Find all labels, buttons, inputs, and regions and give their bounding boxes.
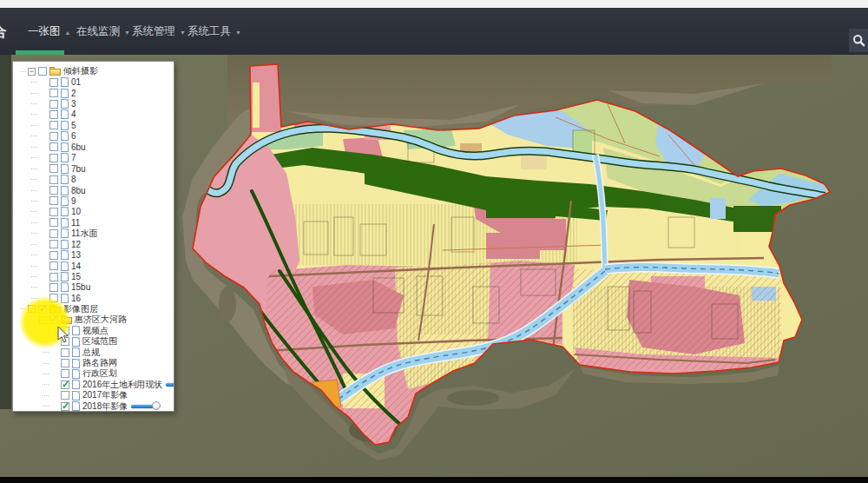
checkbox-unchecked[interactable] (49, 121, 58, 129)
checkbox-unchecked[interactable] (49, 132, 58, 141)
tree-node-label: 8bu (71, 186, 86, 195)
checkbox-unchecked[interactable] (61, 327, 69, 335)
tree-node-14[interactable]: 11 (13, 217, 174, 228)
tree-node-label: 14 (71, 261, 81, 271)
tree-node-0[interactable]: −倾斜摄影 (13, 66, 174, 76)
menu-item-3[interactable]: 系统工具▼ (187, 8, 241, 55)
chevron-up-icon: ▲ (65, 30, 71, 36)
tree-node-21[interactable]: 16 (13, 293, 174, 303)
tree-node-9[interactable]: 7bu (13, 163, 174, 174)
tree-connector (31, 298, 37, 299)
tree-node-25[interactable]: 区域范围 (13, 336, 174, 347)
tree-node-16[interactable]: 12 (13, 239, 174, 249)
tree-connector (43, 374, 49, 374)
checkbox-unchecked[interactable] (49, 186, 58, 195)
tree-connector (31, 276, 37, 277)
checkbox-unchecked[interactable] (49, 89, 58, 97)
tree-node-12[interactable]: 9 (13, 195, 174, 206)
tree-node-19[interactable]: 15 (13, 271, 174, 281)
menu-item-0[interactable]: 一张图▲ (28, 8, 70, 55)
tree-node-30[interactable]: 2017年影像 (13, 390, 174, 400)
layer-file-icon (72, 337, 80, 347)
tree-node-8[interactable]: 7 (13, 153, 174, 163)
tree-node-28[interactable]: 行政区划 (13, 368, 174, 379)
tree-node-23[interactable]: −惠济区大河路 (13, 314, 174, 325)
checkbox-unchecked[interactable] (49, 261, 58, 270)
checkbox-unchecked[interactable] (49, 229, 58, 238)
layer-file-icon (61, 121, 69, 130)
menu-label: 系统工具 (187, 24, 231, 39)
active-tab-underline (16, 50, 64, 55)
menu-item-2[interactable]: 系统管理▼ (132, 8, 186, 55)
checkbox-unchecked[interactable] (49, 78, 58, 87)
checkbox-checked[interactable] (38, 305, 47, 314)
tree-node-7[interactable]: 6bu (13, 142, 174, 152)
checkbox-unchecked[interactable] (49, 164, 58, 173)
tree-node-18[interactable]: 14 (13, 261, 174, 271)
checkbox-unchecked[interactable] (61, 391, 69, 400)
checkbox-unchecked[interactable] (61, 337, 69, 346)
checkbox-unchecked[interactable] (49, 208, 58, 216)
tree-node-13[interactable]: 10 (13, 207, 174, 217)
tree-node-3[interactable]: 3 (13, 98, 174, 109)
tree-node-20[interactable]: 15bu (13, 282, 174, 293)
checkbox-checked[interactable] (49, 315, 58, 324)
checkbox-unchecked[interactable] (49, 142, 58, 151)
layer-file-icon (61, 175, 69, 184)
menu-label: 一张图 (28, 24, 61, 39)
checkbox-unchecked[interactable] (49, 154, 58, 162)
tree-node-label: 8 (71, 175, 76, 184)
tree-node-10[interactable]: 8 (13, 174, 174, 184)
layer-file-icon (61, 228, 69, 238)
checkbox-unchecked[interactable] (61, 369, 69, 378)
tree-node-22[interactable]: −影像图层 (13, 304, 174, 314)
menu-item-1[interactable]: 在线监测▼ (76, 8, 130, 55)
checkbox-checked[interactable] (61, 402, 69, 411)
tree-node-24[interactable]: 视频点 (13, 326, 174, 336)
checkbox-checked[interactable] (61, 380, 69, 389)
checkbox-unchecked[interactable] (49, 273, 58, 281)
checkbox-unchecked[interactable] (38, 67, 47, 76)
layer-file-icon (72, 326, 80, 335)
search-button[interactable] (849, 29, 868, 52)
layer-file-icon (72, 401, 80, 411)
opacity-slider[interactable] (131, 402, 157, 410)
checkbox-unchecked[interactable] (61, 348, 69, 357)
expand-toggle-icon[interactable]: − (28, 68, 36, 76)
tree-node-label: 4 (71, 109, 76, 119)
tree-connector (43, 363, 49, 364)
tree-node-31[interactable]: 2018年影像 (13, 401, 174, 412)
tree-connector (43, 384, 49, 385)
expand-toggle-icon[interactable]: − (28, 305, 36, 313)
checkbox-unchecked[interactable] (49, 175, 58, 184)
tree-node-27[interactable]: 路名路网 (13, 358, 174, 368)
checkbox-unchecked[interactable] (49, 110, 58, 119)
tree-node-2[interactable]: 2 (13, 88, 174, 98)
opacity-slider[interactable] (166, 380, 174, 388)
tree-node-29[interactable]: 2016年土地利用现状 (13, 380, 174, 390)
tree-node-1[interactable]: 01 (13, 76, 174, 87)
folder-icon (49, 305, 61, 314)
checkbox-unchecked[interactable] (49, 294, 58, 302)
expand-toggle-icon[interactable]: − (39, 316, 47, 324)
tree-node-26[interactable]: 总规 (13, 347, 174, 357)
satellite-texture (447, 390, 499, 406)
menu-label: 在线监测 (76, 24, 120, 39)
checkbox-unchecked[interactable] (49, 218, 58, 227)
tree-node-4[interactable]: 4 (13, 109, 174, 120)
tree-node-17[interactable]: 13 (13, 249, 174, 260)
tree-node-15[interactable]: 11水面 (13, 228, 174, 239)
checkbox-unchecked[interactable] (49, 196, 58, 205)
checkbox-unchecked[interactable] (61, 359, 69, 367)
checkbox-unchecked[interactable] (49, 100, 58, 109)
slider-handle[interactable] (152, 401, 161, 410)
tree-node-6[interactable]: 6 (13, 131, 174, 142)
tree-node-11[interactable]: 8bu (13, 185, 174, 195)
checkbox-unchecked[interactable] (49, 251, 58, 260)
checkbox-unchecked[interactable] (49, 283, 58, 292)
layer-file-icon (61, 272, 69, 281)
tree-node-label: 2018年影像 (82, 400, 128, 412)
checkbox-unchecked[interactable] (49, 240, 58, 248)
tree-connector (43, 341, 49, 342)
tree-node-5[interactable]: 5 (13, 120, 174, 130)
